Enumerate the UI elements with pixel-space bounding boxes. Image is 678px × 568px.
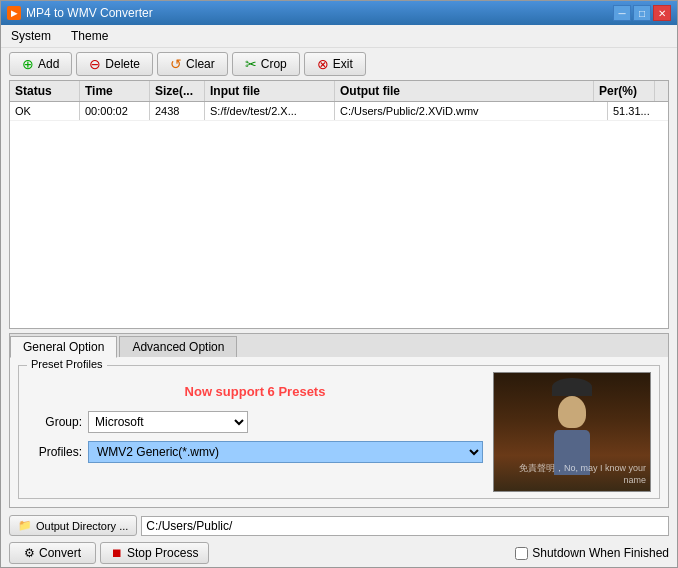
- stop-icon: ⏹: [111, 546, 123, 560]
- clear-label: Clear: [186, 57, 215, 71]
- tab-advanced[interactable]: Advanced Option: [119, 336, 237, 357]
- row-time: 00:00:02: [80, 102, 150, 120]
- preset-profiles-label: Preset Profiles: [27, 358, 107, 370]
- shutdown-checkbox[interactable]: [515, 547, 528, 560]
- maximize-button[interactable]: □: [633, 5, 651, 21]
- window-title: MP4 to WMV Converter: [26, 6, 153, 20]
- add-button[interactable]: ⊕ Add: [9, 52, 72, 76]
- output-dir-bar: 📁 Output Directory ...: [1, 512, 677, 539]
- output-dir-input[interactable]: [141, 516, 669, 536]
- options-area: General Option Advanced Option Preset Pr…: [9, 333, 669, 508]
- table-row[interactable]: OK 00:00:02 2438 S:/f/dev/test/2.X... C:…: [10, 102, 668, 121]
- person-hat: [552, 378, 592, 396]
- convert-label: Convert: [39, 546, 81, 560]
- delete-icon: ⊖: [89, 56, 101, 72]
- folder-icon: 📁: [18, 519, 32, 532]
- exit-icon: ⊗: [317, 56, 329, 72]
- crop-button[interactable]: ✂ Crop: [232, 52, 300, 76]
- bottom-left: ⚙ Convert ⏹ Stop Process: [9, 542, 209, 564]
- preset-profiles-group: Preset Profiles Now support 6 Presets Gr…: [18, 365, 660, 499]
- preset-group-row: Group: Microsoft: [27, 411, 483, 433]
- row-percent: 51.31...: [608, 102, 668, 120]
- main-window: ▶ MP4 to WMV Converter ─ □ ✕ System Them…: [0, 0, 678, 568]
- stop-button[interactable]: ⏹ Stop Process: [100, 542, 209, 564]
- group-select[interactable]: Microsoft: [88, 411, 248, 433]
- col-header-size: Size(...: [150, 81, 205, 101]
- preset-inner: Now support 6 Presets Group: Microsoft P…: [27, 372, 651, 492]
- stop-label: Stop Process: [127, 546, 198, 560]
- title-controls: ─ □ ✕: [613, 5, 671, 21]
- row-status: OK: [10, 102, 80, 120]
- col-header-status: Status: [10, 81, 80, 101]
- exit-button[interactable]: ⊗ Exit: [304, 52, 366, 76]
- title-bar-left: ▶ MP4 to WMV Converter: [7, 6, 153, 20]
- clear-button[interactable]: ↺ Clear: [157, 52, 228, 76]
- row-output: C:/Users/Public/2.XViD.wmv: [335, 102, 608, 120]
- output-dir-label: Output Directory ...: [36, 520, 128, 532]
- toolbar: ⊕ Add ⊖ Delete ↺ Clear ✂ Crop ⊗ Exit: [1, 48, 677, 80]
- group-label: Group:: [27, 415, 82, 429]
- profiles-label: Profiles:: [27, 445, 82, 459]
- minimize-button[interactable]: ─: [613, 5, 631, 21]
- app-icon: ▶: [7, 6, 21, 20]
- col-header-output: Output file: [335, 81, 594, 101]
- col-header-time: Time: [80, 81, 150, 101]
- preset-now-support: Now support 6 Presets: [27, 380, 483, 403]
- preset-controls: Now support 6 Presets Group: Microsoft P…: [27, 372, 483, 492]
- col-header-input: Input file: [205, 81, 335, 101]
- exit-label: Exit: [333, 57, 353, 71]
- col-header-percent: Per(%): [594, 81, 654, 101]
- menu-theme[interactable]: Theme: [65, 27, 114, 45]
- title-bar: ▶ MP4 to WMV Converter ─ □ ✕: [1, 1, 677, 25]
- close-button[interactable]: ✕: [653, 5, 671, 21]
- tab-general[interactable]: General Option: [10, 336, 117, 358]
- add-icon: ⊕: [22, 56, 34, 72]
- scrollbar-header-stub: [654, 81, 668, 101]
- crop-icon: ✂: [245, 56, 257, 72]
- menu-bar: System Theme: [1, 25, 677, 48]
- file-list-container: Status Time Size(... Input file Output f…: [9, 80, 669, 329]
- add-label: Add: [38, 57, 59, 71]
- preview-figure: 免責聲明，No, may I know your name: [494, 373, 650, 491]
- clear-icon: ↺: [170, 56, 182, 72]
- crop-label: Crop: [261, 57, 287, 71]
- person-head: [558, 396, 586, 428]
- delete-label: Delete: [105, 57, 140, 71]
- file-list-body[interactable]: OK 00:00:02 2438 S:/f/dev/test/2.X... C:…: [10, 102, 668, 328]
- file-list-header: Status Time Size(... Input file Output f…: [10, 81, 668, 102]
- tab-content-general: Preset Profiles Now support 6 Presets Gr…: [10, 357, 668, 507]
- row-size: 2438: [150, 102, 205, 120]
- preview-caption: 免責聲明，No, may I know your name: [494, 462, 646, 485]
- output-dir-button[interactable]: 📁 Output Directory ...: [9, 515, 137, 536]
- tab-bar: General Option Advanced Option: [10, 334, 668, 357]
- shutdown-check: Shutdown When Finished: [515, 546, 669, 560]
- preset-profiles-row: Profiles: WMV2 Generic(*.wmv): [27, 441, 483, 463]
- row-input: S:/f/dev/test/2.X...: [205, 102, 335, 120]
- shutdown-label: Shutdown When Finished: [532, 546, 669, 560]
- preview-image: 免責聲明，No, may I know your name: [493, 372, 651, 492]
- profile-select[interactable]: WMV2 Generic(*.wmv): [88, 441, 483, 463]
- menu-system[interactable]: System: [5, 27, 57, 45]
- convert-icon: ⚙: [24, 546, 35, 560]
- convert-button[interactable]: ⚙ Convert: [9, 542, 96, 564]
- bottom-bar: ⚙ Convert ⏹ Stop Process Shutdown When F…: [1, 539, 677, 567]
- delete-button[interactable]: ⊖ Delete: [76, 52, 153, 76]
